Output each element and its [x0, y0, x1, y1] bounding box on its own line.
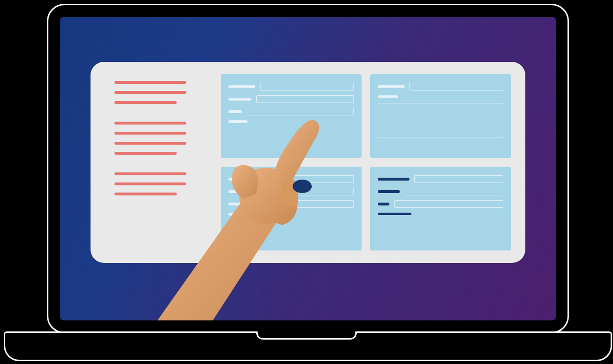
text-field[interactable]: [256, 95, 354, 103]
textarea-field[interactable]: [378, 103, 504, 137]
field-label: [228, 178, 255, 181]
field-label: [378, 85, 405, 88]
sidebar-menu[interactable]: [114, 81, 196, 203]
laptop-trackpad-notch: [256, 331, 357, 340]
field-label: [378, 190, 400, 193]
text-field[interactable]: [247, 108, 354, 115]
field-label: [228, 203, 242, 205]
field-label: [378, 178, 409, 181]
field-label: [228, 110, 242, 113]
field-label: [378, 95, 398, 98]
field-label: [228, 190, 251, 193]
sidebar-item[interactable]: [114, 101, 177, 104]
field-label: [228, 120, 248, 123]
form-card[interactable]: [221, 74, 362, 158]
sidebar-item[interactable]: [114, 182, 186, 185]
sidebar-item[interactable]: [114, 193, 177, 195]
field-label: [228, 98, 251, 101]
text-field[interactable]: [405, 188, 503, 195]
text-field[interactable]: [409, 83, 503, 91]
sidebar-item[interactable]: [114, 122, 186, 125]
sidebar-item[interactable]: [114, 142, 186, 145]
form-card[interactable]: [221, 167, 362, 250]
sidebar-item[interactable]: [114, 81, 186, 84]
sidebar-item[interactable]: [114, 172, 186, 175]
form-card[interactable]: [370, 167, 511, 250]
text-field[interactable]: [394, 200, 503, 208]
laptop-display: [60, 17, 556, 320]
field-label: [228, 213, 248, 216]
field-label: [378, 203, 389, 205]
touch-target-icon: [293, 180, 312, 193]
sidebar-item[interactable]: [114, 152, 177, 155]
card-divider: [378, 213, 411, 215]
text-field[interactable]: [260, 83, 354, 91]
illustration-stage: [0, 0, 613, 364]
field-label: [228, 85, 255, 88]
form-card[interactable]: [370, 74, 511, 158]
card-grid: [221, 74, 511, 250]
laptop-bezel: [47, 4, 569, 333]
text-field[interactable]: [414, 175, 503, 183]
sidebar-item[interactable]: [114, 91, 186, 94]
text-field[interactable]: [247, 200, 354, 208]
app-window: [91, 62, 525, 263]
sidebar-item[interactable]: [114, 132, 186, 135]
